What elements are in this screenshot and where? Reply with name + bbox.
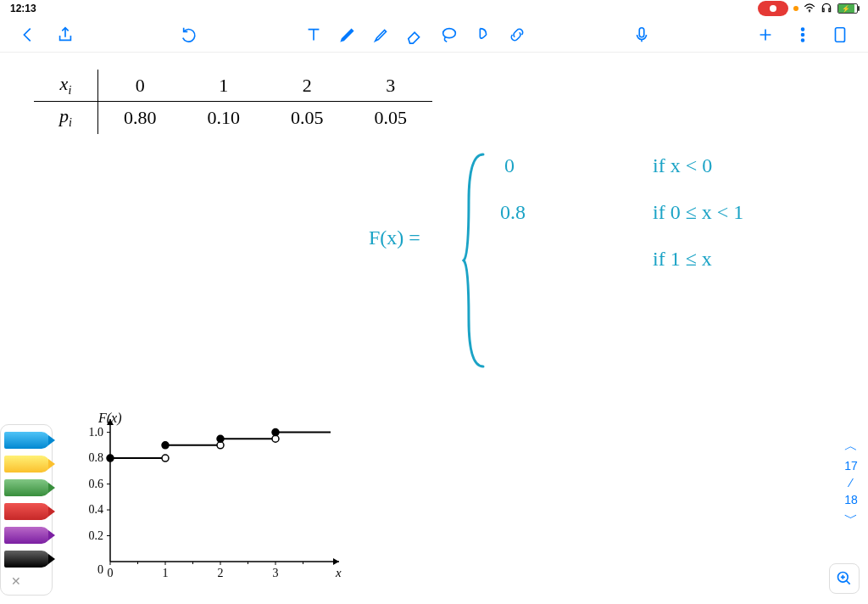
pages-button[interactable] — [829, 24, 851, 46]
cell: 1 — [181, 70, 265, 102]
pen-green[interactable] — [4, 479, 50, 496]
page-current: 17 — [844, 459, 858, 473]
page-nav: ︿ 17 ⁄ 18 ﹀ — [844, 438, 858, 528]
wifi-icon — [804, 3, 815, 14]
eraser-tool-icon[interactable] — [404, 24, 426, 46]
page-up-button[interactable]: ︿ — [844, 438, 858, 456]
page-total: 18 — [844, 493, 858, 506]
handwriting-val1: 0 — [504, 154, 515, 177]
svg-text:0.2: 0.2 — [89, 529, 104, 542]
cell: 2 — [265, 70, 349, 102]
handwriting-cond1: if x < 0 — [653, 154, 712, 177]
svg-text:0.8: 0.8 — [89, 451, 104, 464]
cell: 0.80 — [97, 102, 181, 134]
page-sep: ⁄ — [850, 476, 852, 489]
tool-group — [303, 24, 528, 46]
svg-point-0 — [809, 11, 810, 13]
svg-text:0.6: 0.6 — [89, 478, 104, 490]
cell: 0.10 — [181, 102, 265, 134]
svg-text:F(x): F(x) — [97, 411, 122, 426]
table-row: pi 0.80 0.10 0.05 0.05 — [34, 102, 432, 134]
svg-rect-6 — [836, 27, 845, 42]
battery-icon: ⚡ — [837, 3, 858, 14]
close-tray-button[interactable]: ✕ — [4, 574, 21, 588]
svg-point-40 — [162, 442, 169, 449]
zoom-button[interactable] — [829, 563, 860, 594]
handwriting-fx: F(x) = — [369, 226, 420, 249]
shape-tool-icon[interactable] — [472, 24, 494, 46]
svg-text:3: 3 — [273, 567, 279, 579]
cell: 0.05 — [265, 102, 349, 134]
svg-text:1: 1 — [163, 567, 169, 579]
svg-text:0.4: 0.4 — [89, 503, 104, 516]
pen-yellow[interactable] — [4, 456, 50, 473]
svg-point-5 — [802, 38, 804, 41]
handwriting-cond2: if 0 ≤ x < 1 — [653, 201, 743, 224]
share-button[interactable] — [54, 24, 76, 46]
row-label-x: xi — [34, 70, 97, 102]
svg-point-44 — [272, 435, 279, 442]
row-label-p: pi — [34, 102, 97, 134]
pen-purple[interactable] — [4, 527, 50, 544]
page-down-button[interactable]: ﹀ — [844, 510, 858, 528]
pen-black[interactable] — [4, 551, 50, 568]
svg-text:0: 0 — [97, 563, 103, 576]
svg-text:x: x — [335, 566, 342, 579]
status-bar: 12:13 ⚡ — [0, 0, 868, 17]
text-tool-icon[interactable] — [303, 24, 325, 46]
pen-blue[interactable] — [4, 432, 50, 449]
svg-text:0: 0 — [108, 567, 114, 579]
svg-point-41 — [217, 442, 224, 449]
svg-text:1.0: 1.0 — [89, 426, 104, 439]
svg-rect-2 — [639, 27, 644, 36]
mic-active-dot — [793, 6, 798, 11]
cell: 0 — [97, 70, 181, 102]
clock: 12:13 — [10, 3, 36, 14]
svg-point-1 — [443, 28, 456, 37]
lasso-tool-icon[interactable] — [438, 24, 460, 46]
svg-text:2: 2 — [218, 567, 224, 579]
recording-indicator — [758, 1, 788, 16]
svg-point-43 — [217, 435, 224, 442]
handwriting-cond3: if 1 ≤ x — [653, 248, 712, 271]
svg-point-37 — [107, 455, 114, 461]
svg-point-38 — [162, 455, 169, 461]
svg-marker-8 — [333, 558, 339, 565]
toolbar — [0, 17, 868, 53]
add-button[interactable] — [754, 24, 776, 46]
probability-table: xi 0 1 2 3 pi 0.80 0.10 0.05 0.05 — [34, 70, 432, 134]
svg-point-4 — [802, 33, 804, 36]
cdf-chart: 0.20.40.60.81.001230F(x)x — [68, 409, 356, 587]
mic-button[interactable] — [631, 24, 653, 46]
undo-button[interactable] — [179, 24, 201, 46]
cell: 3 — [348, 70, 432, 102]
brace-icon — [462, 150, 487, 371]
highlighter-tool-icon[interactable] — [370, 24, 392, 46]
svg-point-3 — [802, 28, 804, 31]
table-row: xi 0 1 2 3 — [34, 70, 432, 102]
pen-tray: ✕ — [0, 424, 53, 596]
canvas[interactable]: xi 0 1 2 3 pi 0.80 0.10 0.05 0.05 F(x) =… — [0, 53, 868, 604]
link-tool-icon[interactable] — [506, 24, 528, 46]
more-button[interactable] — [792, 24, 814, 46]
svg-point-46 — [272, 429, 279, 436]
pen-tool-icon[interactable] — [337, 24, 359, 46]
pen-red[interactable] — [4, 503, 50, 520]
back-button[interactable] — [17, 24, 39, 46]
handwriting-val2: 0.8 — [500, 201, 526, 224]
status-right: ⚡ — [758, 1, 858, 16]
cell: 0.05 — [348, 102, 432, 134]
headphone-icon — [821, 2, 832, 15]
